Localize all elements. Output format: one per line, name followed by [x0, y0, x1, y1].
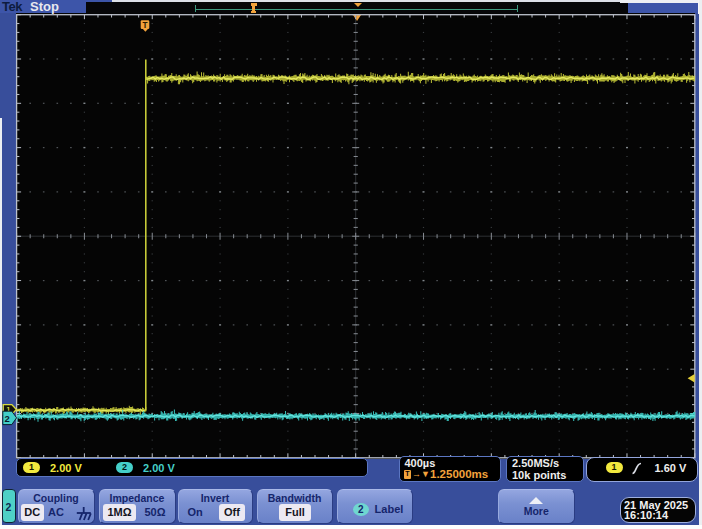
svg-text:T: T: [143, 21, 148, 30]
svg-text:2: 2: [5, 413, 10, 424]
